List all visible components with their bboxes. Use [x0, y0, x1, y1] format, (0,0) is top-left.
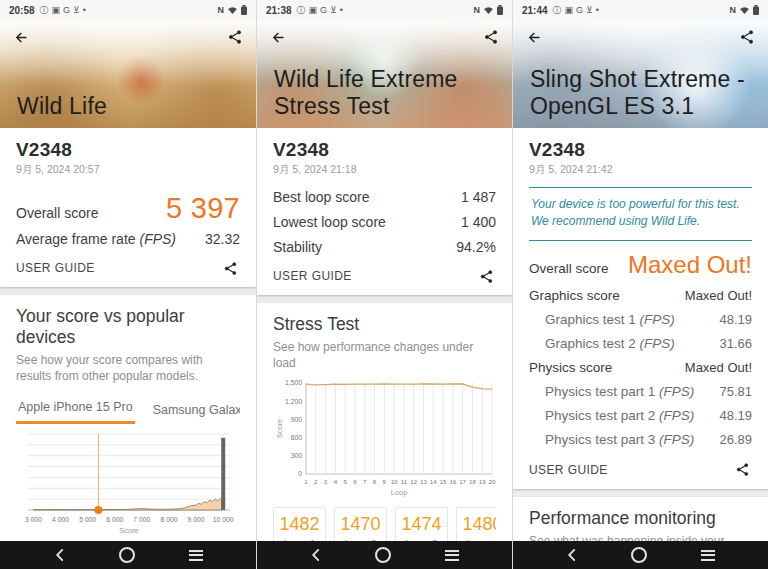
overall-score-label: Overall score — [16, 205, 98, 221]
nfc-icon: N — [730, 5, 737, 15]
dot-notification-icon: • — [596, 6, 599, 15]
svg-text:600: 600 — [291, 434, 303, 441]
compare-subtitle: See how your score compares with results… — [16, 352, 240, 384]
share-result-button[interactable] — [476, 266, 496, 286]
nav-recents-button[interactable] — [701, 550, 715, 561]
back-button[interactable] — [524, 27, 544, 47]
svg-text:Loop: Loop — [391, 488, 408, 497]
performance-monitoring-card: Performance monitoring See what was happ… — [513, 497, 768, 541]
info-circle-icon: ⓘ — [297, 6, 306, 15]
loop-score-list: 1482 Loop 1 1470 Loop 2 1474 Loop 3 1480… — [273, 507, 496, 541]
svg-text:Score: Score — [275, 419, 284, 439]
svg-text:20: 20 — [489, 478, 496, 485]
svg-text:19: 19 — [479, 478, 486, 485]
share-result-button[interactable] — [732, 460, 752, 480]
nav-back-button[interactable] — [310, 548, 321, 562]
svg-text:8: 8 — [373, 478, 377, 485]
svg-text:15: 15 — [440, 478, 447, 485]
stats-icon: ⊻ — [73, 6, 80, 15]
tab-apple-iphone-15-pro[interactable]: Apple iPhone 15 Pro — [16, 396, 135, 424]
stability-value: 94.2% — [456, 239, 496, 255]
score-row: Graphics score Maxed Out! — [529, 288, 752, 303]
lowest-loop-value: 1 400 — [461, 214, 496, 230]
svg-text:6 000: 6 000 — [106, 516, 123, 523]
back-button[interactable] — [11, 27, 31, 47]
battery-icon — [241, 5, 247, 15]
share-button[interactable] — [225, 27, 245, 47]
svg-text:8 000: 8 000 — [160, 516, 177, 523]
info-circle-icon: ⓘ — [40, 6, 49, 15]
stress-test-card: Stress Test See how performance changes … — [257, 303, 512, 541]
menu-hamburger-icon — [701, 550, 715, 561]
nav-back-button[interactable] — [566, 548, 577, 562]
score-row: Graphics test 2 (FPS) 31.66 — [529, 336, 752, 351]
app-notification-icon: ▣ — [565, 6, 574, 15]
benchmark-title: Sling Shot Extreme - OpenGL ES 3.1 — [530, 66, 758, 120]
score-distribution-chart: 3 0004 0005 0006 0007 0008 0009 00010 00… — [16, 430, 240, 538]
svg-text:11: 11 — [401, 478, 408, 485]
overall-score-label: Overall score — [529, 261, 609, 276]
svg-text:3 000: 3 000 — [25, 516, 42, 523]
svg-text:9 000: 9 000 — [188, 516, 205, 523]
share-icon — [739, 29, 755, 45]
user-guide-link[interactable]: USER GUIDE — [273, 269, 352, 283]
svg-text:16: 16 — [449, 478, 456, 485]
run-date: 9月 5, 2024 20:57 — [16, 163, 240, 177]
lowest-loop-label: Lowest loop score — [273, 214, 386, 230]
score-row: Graphics test 1 (FPS) 48.19 — [529, 312, 752, 327]
loop-card-4: 1480 Loop 4 — [456, 507, 496, 541]
dot-notification-icon: • — [340, 6, 343, 15]
tab-samsung-galaxy-s24[interactable]: Samsung Galaxy S24 (Exynos 24 — [151, 399, 240, 424]
perf-subtitle: See what was happening inside your devic… — [529, 533, 752, 541]
nav-back-button[interactable] — [54, 548, 65, 562]
share-icon — [735, 462, 750, 477]
status-bar: 20:58 ⓘ ▣ G ⊻ • N — [0, 0, 256, 20]
svg-text:18: 18 — [469, 478, 476, 485]
share-button[interactable] — [481, 27, 501, 47]
svg-text:0: 0 — [298, 471, 302, 478]
svg-text:1,500: 1,500 — [285, 380, 302, 387]
user-guide-link[interactable]: USER GUIDE — [16, 261, 95, 275]
status-time: 21:38 — [266, 5, 292, 16]
svg-text:3: 3 — [324, 478, 328, 485]
svg-text:14: 14 — [430, 478, 437, 485]
back-arrow-icon — [270, 29, 287, 46]
share-button[interactable] — [737, 27, 757, 47]
user-guide-link[interactable]: USER GUIDE — [529, 463, 608, 477]
home-circle-icon — [375, 547, 391, 563]
device-name: V2348 — [529, 139, 752, 161]
benchmark-title: Wild Life — [17, 93, 246, 120]
g-app-icon: G — [576, 6, 583, 15]
result-card: V2348 9月 5, 2024 20:57 Overall score 5 3… — [0, 128, 256, 287]
svg-text:7: 7 — [363, 478, 367, 485]
nav-home-button[interactable] — [119, 547, 135, 563]
loop-card-3: 1474 Loop 3 — [395, 507, 448, 541]
back-arrow-icon — [526, 29, 543, 46]
back-button[interactable] — [268, 27, 288, 47]
benchmark-title: Wild Life Extreme Stress Test — [274, 66, 502, 120]
score-row: Physics test part 2 (FPS) 48.19 — [529, 408, 752, 423]
notice-divider-top — [529, 187, 752, 188]
nav-home-button[interactable] — [375, 547, 391, 563]
nav-recents-button[interactable] — [445, 550, 459, 561]
compare-card: Your score vs popular devices See how yo… — [0, 295, 256, 541]
g-app-icon: G — [320, 6, 327, 15]
nav-recents-button[interactable] — [189, 550, 203, 561]
result-card: V2348 9月 5, 2024 21:42 Your device is to… — [513, 128, 768, 489]
svg-text:9: 9 — [383, 478, 387, 485]
run-date: 9月 5, 2024 21:42 — [529, 163, 752, 177]
device-name: V2348 — [273, 139, 496, 161]
status-bar: 21:44 ⓘ ▣ G ⊻ • N — [513, 0, 768, 20]
panel-sling-shot: 21:44 ⓘ ▣ G ⊻ • N Sling Shot Extreme - O… — [512, 0, 768, 569]
compare-title: Your score vs popular devices — [16, 306, 240, 348]
best-loop-value: 1 487 — [461, 189, 496, 205]
svg-text:17: 17 — [459, 478, 466, 485]
menu-hamburger-icon — [445, 550, 459, 561]
home-circle-icon — [631, 547, 647, 563]
nav-home-button[interactable] — [631, 547, 647, 563]
wifi-icon — [739, 6, 750, 15]
svg-text:Score: Score — [119, 526, 139, 535]
share-result-button[interactable] — [220, 258, 240, 278]
best-loop-label: Best loop score — [273, 189, 370, 205]
app-notification-icon: ▣ — [309, 6, 318, 15]
